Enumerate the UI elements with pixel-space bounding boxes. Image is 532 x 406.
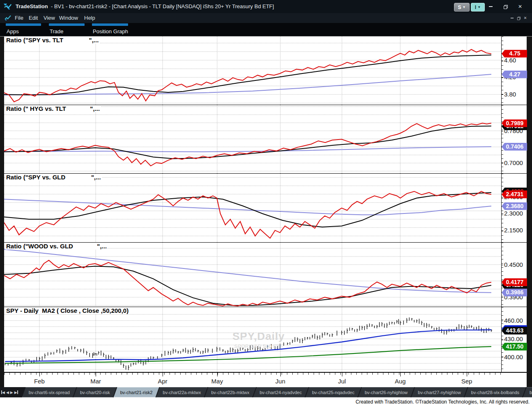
style-dropdown-button[interactable]: S▼ <box>454 3 470 11</box>
workspace-tab-bv-chart22a-mktwx[interactable]: bv-chart22a-mktwx <box>156 387 208 397</box>
tab-scroll-prev-button[interactable]: ◀ <box>6 388 9 396</box>
price-badge-0.3986: 0.3986 <box>502 289 527 296</box>
workspace-tab-bv-chart24-nyadvdec[interactable]: bv-chart24-nyadvdec <box>253 387 308 397</box>
ribbon-accent-bar <box>92 23 128 26</box>
price-tick-mark <box>501 265 503 265</box>
minimize-icon <box>511 18 514 18</box>
ratio-spy-tlt-plot[interactable] <box>4 37 501 105</box>
price-tick-mark <box>501 197 503 197</box>
panel-title: Ratio ("SPY vs. TLT ",... <box>5 37 99 44</box>
month-tick <box>342 373 342 376</box>
panel-title: Ratio ("WOOD vs. GLD ",... <box>5 243 108 250</box>
ribbon-tab-position-graph[interactable]: Position Graph <box>93 28 128 34</box>
price-tick-mark <box>501 213 503 214</box>
menu-bar: File Edit View Window Help ✕ <box>0 13 532 23</box>
month-label-sep: Sep <box>461 378 472 385</box>
title-bar: TradeStation - BV1 - bv-chart21-risk2 - … <box>0 0 532 13</box>
panel-ratio-spy-tlt[interactable]: Ratio ("SPY vs. TLT ",... 4.604.203.804.… <box>4 37 527 105</box>
price-tick-mark <box>501 339 503 339</box>
price-tick-mark <box>501 94 503 95</box>
panel-ratio-spy-gld[interactable]: Ratio ("SPY vs. GLD ",... 2.45002.30002.… <box>4 174 527 243</box>
panel-ratio-wood-gld[interactable]: Ratio ("WOOD vs. GLD ",... 0.45000.42000… <box>4 243 527 307</box>
tab-scroll-first-button[interactable]: ◀ <box>1 388 5 396</box>
restore-button[interactable] <box>500 2 511 11</box>
price-badge-2.4731: 2.4731 <box>502 190 527 198</box>
price-axis-minor-ticks <box>502 174 503 242</box>
price-tick-mark <box>501 60 503 61</box>
child-minimize-button[interactable] <box>510 16 515 20</box>
panel-ratio-hyg-tlt[interactable]: Ratio (" HYG vs. TLT ",... 0.78000.74000… <box>4 105 527 174</box>
right-margin-strip <box>527 37 532 388</box>
time-axis[interactable]: FebMarAprMayJunJulAugSep <box>4 372 527 388</box>
menu-edit[interactable]: Edit <box>29 15 38 21</box>
price-badge-0.4177: 0.4177 <box>502 278 527 286</box>
month-tick <box>217 373 218 376</box>
workspace-tab-bv-chart21-risk2[interactable]: bv-chart21-risk2 <box>114 387 159 397</box>
price-tick-label: 430.00 <box>504 335 523 342</box>
price-tick-label: 400.00 <box>504 353 523 360</box>
panel-title: SPY - Daily MA2 ( Close , Close ,50,200,… <box>5 307 129 314</box>
price-tick-mark <box>501 357 503 358</box>
ribbon-tab-trade[interactable]: Trade <box>50 28 63 34</box>
tab-scroll-last-button[interactable]: ▶ <box>14 388 18 396</box>
copyright-text: Created with TradeStation. ©TradeStation… <box>355 399 530 405</box>
price-tick-label: 3.80 <box>504 91 516 98</box>
month-tick <box>400 373 401 376</box>
ribbon-tab-apps[interactable]: Apps <box>7 28 19 34</box>
menu-view[interactable]: View <box>44 15 55 21</box>
ratio-wood-gld-plot[interactable] <box>4 243 501 307</box>
price-badge-0.7989: 0.7989 <box>502 119 527 127</box>
menu-window[interactable]: Window <box>59 15 78 21</box>
ratio-spy-gld-series-ratio <box>4 191 491 238</box>
workspace-tab-bv-chart26-nyhighlow[interactable]: bv-chart26-nyhighlow <box>358 387 414 397</box>
close-icon: ✕ <box>523 16 527 20</box>
left-margin-strip <box>0 37 4 388</box>
month-tick <box>467 373 467 376</box>
workspace-tab-bv-chart6-vix-spread[interactable]: bv-chart6-vix-spread <box>22 387 76 397</box>
tradestation-logo-icon <box>3 2 12 11</box>
ratio-hyg-tlt-plot[interactable] <box>4 105 501 173</box>
close-button[interactable]: ✕ <box>515 2 525 11</box>
ribbon-accent-bar <box>49 23 85 26</box>
app-name: TradeStation <box>16 3 48 9</box>
spy-daily-plot[interactable] <box>4 307 501 372</box>
child-restore-button[interactable] <box>516 16 521 20</box>
child-close-button[interactable]: ✕ <box>523 16 528 20</box>
menu-file[interactable]: File <box>15 15 23 21</box>
month-label-feb: Feb <box>34 378 45 385</box>
month-label-jun: Jun <box>275 378 285 385</box>
price-badge-4.75: 4.75 <box>502 50 527 57</box>
price-tick-mark <box>501 131 503 131</box>
minimize-icon <box>489 6 493 7</box>
price-tick-label: 2.1500 <box>504 227 523 234</box>
workspace-tab-bv-chart25-nqadvdec[interactable]: bv-chart25-nqadvdec <box>305 387 361 397</box>
ratio-wood-gld-series-fast-ma <box>4 266 491 305</box>
price-tick-label: 460.00 <box>504 317 523 324</box>
price-axis-minor-ticks <box>502 307 503 372</box>
price-tick-label: 0.7000 <box>504 159 523 166</box>
ribbon-tab-strip: Apps Trade Position Graph <box>0 23 532 36</box>
price-badge-417.50: 417.50 <box>502 343 527 351</box>
month-label-mar: Mar <box>90 378 101 385</box>
workspace-tab-bv-chart22b-mktwx[interactable]: bv-chart22b-mktwx <box>204 387 256 397</box>
menu-help[interactable]: Help <box>84 15 95 21</box>
price-badge-2.3680: 2.3680 <box>502 202 527 210</box>
tab-scroll-next-button[interactable]: ▶ <box>10 388 13 396</box>
tradestation-window: { "titlebar":{ "app_name":"TradeStation"… <box>0 0 532 406</box>
minimize-button[interactable] <box>485 2 496 11</box>
workspace-tab-bv-chart27-nyhighlow[interactable]: bv-chart27-nyhighlow <box>411 387 468 397</box>
workspace-tab-bv-chart28-vix-bolbands[interactable]: bv-chart28-vix-bolbands <box>465 387 526 397</box>
price-tick-label: 0.4500 <box>504 261 523 268</box>
month-tick <box>163 373 163 376</box>
interval-dropdown-button[interactable]: I▼ <box>471 3 485 11</box>
panel-spy-daily[interactable]: SPY - Daily MA2 ( Close , Close ,50,200,… <box>4 307 527 372</box>
month-tick <box>280 373 281 376</box>
panel-title: Ratio ("SPY vs. GLD ",... <box>5 174 102 181</box>
workspace-tab-bv-chart20-risk[interactable]: bv-chart20-risk <box>73 387 117 397</box>
panel-title: Ratio (" HYG vs. TLT ",... <box>5 105 101 112</box>
chart-analysis-workspace: Ratio ("SPY vs. TLT ",... 4.604.203.804.… <box>0 36 532 387</box>
ratio-spy-gld-plot[interactable] <box>4 174 501 242</box>
chevron-down-icon: ▼ <box>463 6 466 9</box>
chart-pulse-icon <box>5 15 11 21</box>
window-title: TradeStation - BV1 - bv-chart21-risk2 - … <box>16 3 274 9</box>
